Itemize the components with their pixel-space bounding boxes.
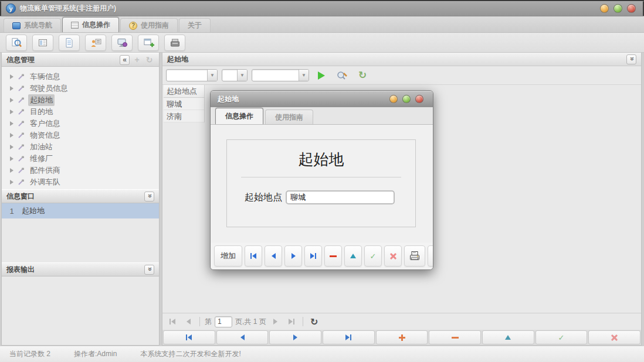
add-icon[interactable]: + [132, 55, 142, 65]
page-refresh-button[interactable]: ↻ [308, 316, 321, 327]
grid-row[interactable]: 济南 [164, 110, 204, 122]
query-combo-1[interactable]: ▼ [166, 69, 218, 81]
dialog-tab-info-operation[interactable]: 信息操作 [215, 108, 263, 124]
last-record-button[interactable] [304, 245, 322, 267]
origin-grid: 起始地点 聊城 济南 [164, 85, 205, 122]
record-nav-bar: ✓ [162, 330, 641, 345]
dialog-maximize-button[interactable] [402, 95, 411, 103]
tree-item-goods-info[interactable]: 物资信息 [10, 129, 159, 141]
tab-user-guide[interactable]: ? 使用指南 [120, 18, 178, 32]
record-add-button[interactable] [376, 330, 428, 344]
page-first-button[interactable] [166, 316, 179, 327]
close-button[interactable] [627, 4, 636, 13]
tree-item-external-fleet[interactable]: 外调车队 [10, 176, 159, 188]
collapse-left-icon[interactable]: « [120, 55, 130, 65]
record-previous-button[interactable] [216, 330, 269, 344]
window-add-icon [143, 37, 154, 48]
expand-arrow-icon[interactable] [10, 110, 13, 114]
search-document-button[interactable] [6, 35, 27, 51]
print-button[interactable] [404, 245, 425, 267]
dialog-minimize-button[interactable] [389, 95, 398, 103]
minimize-button[interactable] [600, 4, 609, 13]
tree-item-parts-supplier[interactable]: 配件供商 [10, 165, 159, 176]
user-report-button[interactable] [85, 35, 106, 51]
monitor-globe-button[interactable] [111, 35, 133, 51]
tree-item-customer-info[interactable]: 客户信息 [10, 118, 159, 129]
user-report-icon [90, 37, 101, 48]
record-next-button[interactable] [269, 330, 321, 344]
dialog-tab-user-guide[interactable]: 使用指南 [265, 110, 313, 124]
list-item-origin-window[interactable]: 1 起始地 [2, 203, 159, 218]
window-title: 物流账单管理系统(非注册用户) [20, 4, 116, 13]
record-cancel-button[interactable] [588, 330, 640, 344]
confirm-record-button[interactable]: ✓ [364, 245, 382, 267]
page-next-button[interactable] [269, 316, 282, 327]
tab-system-navigation[interactable]: 系统导航 [4, 18, 61, 32]
record-first-button[interactable] [163, 330, 215, 344]
expand-arrow-icon[interactable] [10, 156, 13, 161]
grid-icon [71, 22, 79, 29]
refresh-icon: ↻ [358, 69, 367, 81]
monitor-globe-icon [117, 37, 128, 48]
expand-arrow-icon[interactable] [10, 180, 13, 185]
collapse-up-icon[interactable]: « [144, 192, 154, 202]
maximize-button[interactable] [614, 4, 622, 13]
tree-item-destination[interactable]: 目的地 [10, 106, 159, 118]
tab-info-operation[interactable]: 信息操作 [62, 17, 119, 32]
grid-column-header[interactable]: 起始地点 [164, 85, 204, 98]
tree-item-label: 车辆信息 [28, 71, 62, 83]
form-list-button[interactable] [32, 35, 53, 51]
window-add-button[interactable] [138, 35, 159, 51]
collapse-up-icon[interactable]: « [626, 54, 636, 64]
expand-arrow-icon[interactable] [10, 74, 13, 79]
cancel-record-button[interactable] [384, 245, 402, 267]
first-record-button[interactable] [245, 245, 262, 267]
delete-record-button[interactable] [324, 245, 342, 267]
refresh-query-button[interactable]: ↻ [354, 68, 371, 83]
filter-search-button[interactable] [334, 68, 350, 83]
expand-arrow-icon[interactable] [10, 121, 13, 126]
info-button[interactable] [428, 245, 433, 267]
expand-arrow-icon[interactable] [10, 86, 13, 91]
refresh-icon[interactable]: ↻ [144, 55, 154, 65]
tab-about[interactable]: 关于 [179, 18, 211, 32]
info-management-panel-header: 信息管理 « + ↻ [2, 53, 159, 67]
page-previous-button[interactable] [182, 316, 195, 327]
record-delete-button[interactable] [429, 330, 481, 344]
query-combo-3[interactable]: ▼ [252, 69, 309, 81]
tree-item-origin[interactable]: 起始地 [10, 94, 159, 106]
page-number-input[interactable] [215, 316, 232, 327]
run-query-button[interactable] [313, 68, 330, 83]
divider [241, 177, 401, 177]
archive-printer-button[interactable] [164, 35, 185, 51]
tree-item-repair-shop[interactable]: 维修厂 [10, 153, 159, 165]
grid-row[interactable]: 聊城 [164, 98, 204, 110]
record-edit-button[interactable] [482, 330, 534, 344]
expand-arrow-icon[interactable] [10, 98, 13, 103]
status-message: 本系统支持二次开发和全新开发! [140, 349, 240, 359]
collapse-up-icon[interactable]: « [144, 265, 154, 275]
dialog-close-button[interactable] [415, 95, 423, 103]
page-last-button[interactable] [285, 316, 298, 327]
origin-point-input[interactable] [286, 190, 395, 204]
expand-arrow-icon[interactable] [10, 168, 13, 173]
query-combo-2[interactable]: ▼ [222, 69, 248, 81]
previous-record-button[interactable] [265, 245, 282, 267]
record-confirm-button[interactable]: ✓ [535, 330, 588, 344]
dialog-title-bar[interactable]: 起始地 [211, 91, 433, 107]
refresh-icon: ↻ [310, 316, 318, 327]
edit-record-button[interactable] [344, 245, 362, 267]
expand-arrow-icon[interactable] [10, 145, 13, 149]
expand-arrow-icon[interactable] [10, 133, 13, 138]
run-icon [318, 71, 325, 80]
next-record-button[interactable] [284, 245, 302, 267]
tree-item-gas-station[interactable]: 加油站 [10, 141, 159, 153]
tree-item-driver-info[interactable]: 驾驶员信息 [10, 83, 159, 94]
tree-item-vehicle-info[interactable]: 车辆信息 [10, 71, 159, 83]
add-record-button[interactable]: 增加 [214, 245, 242, 267]
document-button[interactable] [59, 35, 80, 51]
record-last-button[interactable] [323, 330, 375, 344]
combo-value [252, 70, 299, 81]
query-toolbar: ▼ ▼ ▼ ↻ [162, 66, 641, 85]
document-icon [64, 37, 74, 48]
